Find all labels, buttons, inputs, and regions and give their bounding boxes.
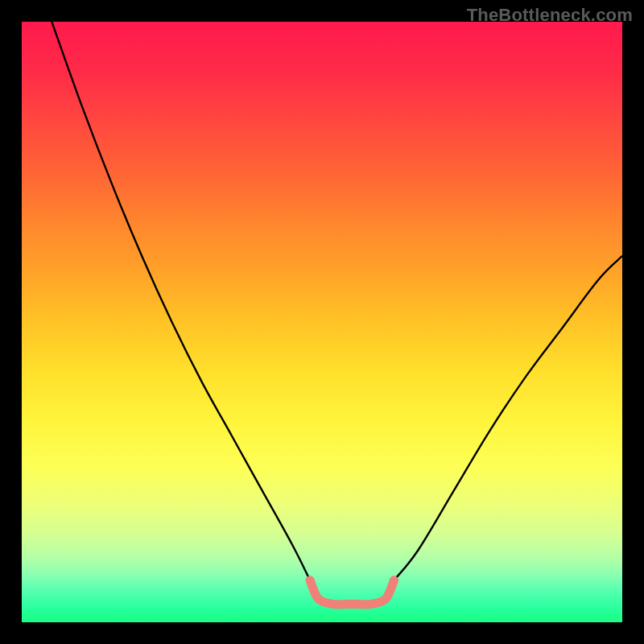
plot-area <box>22 22 622 622</box>
bottleneck-chart: TheBottleneck.com <box>0 0 644 644</box>
bottleneck-left-curve <box>52 22 310 580</box>
watermark-label: TheBottleneck.com <box>467 5 633 26</box>
bottleneck-right-curve <box>394 256 622 580</box>
optimal-zone-curve <box>310 580 394 605</box>
chart-curves <box>22 22 622 622</box>
